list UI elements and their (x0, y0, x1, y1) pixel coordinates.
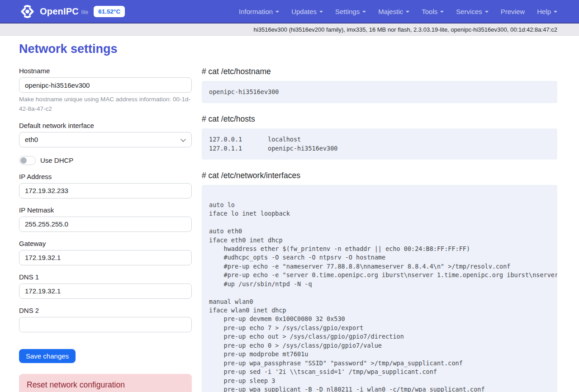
netmask-label: IP Netmask (19, 206, 192, 214)
netmask-input[interactable] (19, 217, 192, 232)
temperature-badge: 61.52°C (94, 6, 125, 17)
interface-selected-value: eth0 (25, 136, 38, 143)
dns2-input[interactable] (19, 317, 192, 332)
nav-item-majestic[interactable]: Majestic (378, 8, 409, 15)
brand-suffix: lite (81, 9, 88, 15)
cmd-heading-hosts: # cat /etc/hosts (202, 114, 557, 124)
caret-down-icon (275, 11, 279, 13)
page-title: Network settings (19, 42, 192, 56)
hostname-input[interactable] (19, 77, 192, 93)
cmd-heading-interfaces: # cat /etc/network/interfaces (202, 171, 557, 180)
interfaces-output-section: # cat /etc/network/interfaces auto lo if… (202, 171, 557, 392)
nav-menu: Information Updates Settings Majestic To… (239, 8, 557, 15)
nav-item-settings[interactable]: Settings (335, 8, 366, 15)
caret-down-icon (485, 11, 489, 13)
device-info-bar: hi3516ev300 (hi3516ev200 family), imx335… (0, 24, 579, 36)
gateway-label: Gateway (19, 240, 192, 247)
device-info-text: hi3516ev300 (hi3516ev200 family), imx335… (254, 26, 557, 33)
nav-item-label: Information (239, 8, 273, 15)
caret-down-icon (319, 11, 323, 13)
netmask-field-group: IP Netmask (19, 206, 192, 232)
main-content: Network settings Hostname Make hostname … (0, 36, 579, 392)
nav-item-label: Majestic (378, 8, 403, 15)
caret-down-icon (440, 11, 444, 13)
dhcp-switch-row: Use DHCP (19, 156, 192, 165)
hosts-output-section: # cat /etc/hosts 127.0.0.1 localhost 127… (202, 114, 557, 160)
save-changes-button[interactable]: Save changes (19, 349, 76, 363)
nav-item-services[interactable]: Services (456, 8, 489, 15)
hostname-label: Hostname (19, 67, 192, 75)
dhcp-toggle[interactable] (19, 156, 36, 165)
gateway-field-group: Gateway (19, 240, 192, 265)
nav-item-label: Preview (501, 8, 525, 15)
network-settings-form: Network settings Hostname Make hostname … (19, 42, 192, 392)
config-output-column: # cat /etc/hostname openipc-hi3516ev300 … (202, 42, 557, 392)
nav-item-information[interactable]: Information (239, 8, 279, 15)
hostname-file-content: openipc-hi3516ev300 (202, 81, 557, 103)
interface-select[interactable]: eth0 (19, 132, 192, 147)
nav-item-help[interactable]: Help (537, 8, 557, 15)
hostname-output-section: # cat /etc/hostname openipc-hi3516ev300 (202, 67, 557, 103)
gateway-input[interactable] (19, 250, 192, 265)
openipc-logo-icon (19, 5, 36, 19)
dns1-field-group: DNS 1 (19, 273, 192, 299)
reset-network-panel: Reset network configuration Restore conf… (19, 374, 192, 392)
dns1-label: DNS 1 (19, 273, 192, 281)
reset-panel-title: Reset network configuration (27, 380, 184, 390)
chevron-down-icon (180, 137, 185, 142)
dns2-label: DNS 2 (19, 307, 192, 314)
interfaces-file-content: auto lo iface lo inet loopback auto eth0… (202, 185, 557, 392)
nav-item-preview[interactable]: Preview (501, 8, 525, 15)
hosts-file-content: 127.0.0.1 localhost 127.0.1.1 openipc-hi… (202, 128, 557, 160)
brand-link[interactable]: OpenIPC lite (19, 5, 88, 19)
dhcp-label: Use DHCP (40, 156, 73, 164)
nav-item-label: Settings (335, 8, 360, 15)
top-navbar: OpenIPC lite 61.52°C Information Updates… (0, 0, 579, 24)
interface-label: Default network interface (19, 122, 192, 129)
dns1-input[interactable] (19, 283, 192, 299)
ip-field-group: IP Address (19, 173, 192, 198)
nav-item-label: Help (537, 8, 551, 15)
interface-field-group: Default network interface eth0 (19, 122, 192, 147)
nav-item-label: Tools (422, 8, 437, 15)
ip-label: IP Address (19, 173, 192, 180)
hostname-help-text: Make hostname unique using MAC address i… (19, 95, 192, 114)
nav-item-tools[interactable]: Tools (422, 8, 444, 15)
hostname-field-group: Hostname Make hostname unique using MAC … (19, 67, 192, 114)
dns2-field-group: DNS 2 (19, 307, 192, 332)
nav-item-label: Updates (291, 8, 317, 15)
caret-down-icon (554, 11, 557, 13)
dhcp-toggle-knob (20, 157, 27, 164)
ip-address-input[interactable] (19, 183, 192, 198)
caret-down-icon (406, 11, 409, 13)
nav-item-label: Services (456, 8, 482, 15)
brand-name: OpenIPC (40, 6, 79, 17)
cmd-heading-hostname: # cat /etc/hostname (202, 67, 557, 76)
caret-down-icon (362, 11, 366, 13)
nav-item-updates[interactable]: Updates (291, 8, 323, 15)
